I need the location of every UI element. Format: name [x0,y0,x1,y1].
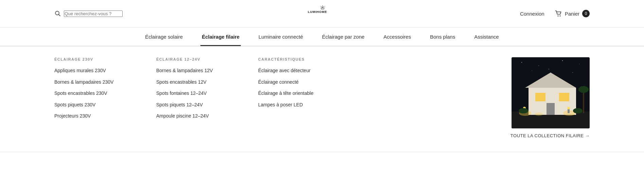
dropdown-link-bornes-230[interactable]: Bornes & lampadaires 230V [54,79,129,86]
svg-rect-22 [547,103,555,115]
svg-rect-21 [559,93,569,101]
search-icon [54,10,61,17]
svg-point-29 [567,107,570,109]
nav-bar: Éclairage solaire Éclairage filaire Lumi… [0,27,644,46]
dropdown-col-12-24v-title: ÉCLAIRAGE 12–24V [156,57,231,61]
dropdown-link-spots-piq-12[interactable]: Spots piquets 12–24V [156,102,231,108]
svg-point-11 [538,65,539,66]
svg-point-13 [579,64,579,64]
cart-icon [555,10,562,17]
dropdown-image [512,57,590,128]
svg-text:LUMIHOME: LUMIHOME [308,10,327,14]
svg-line-1 [59,15,60,16]
svg-point-24 [535,112,543,116]
dropdown-col-caracteristiques: CARACTÉRISTIQUES Éclairage avec détecteu… [258,57,333,138]
dropdown-col-12-24v: ÉCLAIRAGE 12–24V Bornes & lampadaires 12… [156,57,231,138]
nav-item-eclairage-par-zone[interactable]: Éclairage par zone [321,27,366,46]
nav-item-assistance[interactable]: Assistance [473,27,500,46]
dropdown-col-230v: ÉCLAIRAGE 230V Appliques murales 230V Bo… [54,57,129,138]
svg-point-3 [322,7,323,8]
dropdown-col-caract-title: CARACTÉRISTIQUES [258,57,333,61]
svg-line-6 [324,6,325,6]
svg-point-7 [557,16,558,17]
svg-point-8 [559,16,560,17]
svg-point-30 [519,108,528,113]
search-input[interactable] [64,11,123,17]
header: LUMIHOME Connexion Panier 0 [0,0,644,27]
svg-point-33 [578,86,589,93]
dropdown-link-projecteurs[interactable]: Projecteurs 230V [54,113,129,120]
dropdown-image-col: TOUTE LA COLLECTION FILAIRE → [511,57,590,138]
dropdown-link-bornes-12[interactable]: Bornes & lampadaires 12V [156,67,231,74]
nav-item-accessoires[interactable]: Accessoires [382,27,412,46]
nav-item-eclairage-filaire[interactable]: Éclairage filaire [200,27,241,46]
svg-point-15 [532,70,532,71]
dropdown-link-ampoule[interactable]: Ampoule piscine 12–24V [156,113,231,120]
search-bar[interactable] [54,10,123,17]
svg-rect-20 [535,93,545,101]
dropdown-link-led[interactable]: Lampes à poser LED [258,102,333,108]
nav-item-luminaire-connecte[interactable]: Luminaire connecté [257,27,304,46]
svg-point-10 [521,62,522,63]
nav-item-eclairage-solaire[interactable]: Éclairage solaire [144,27,184,46]
svg-point-12 [562,60,563,61]
panier-label: Panier [565,11,579,17]
dropdown-link-spots-piq-230[interactable]: Spots piquets 230V [54,102,129,108]
dropdown-link-detecteur[interactable]: Éclairage avec détecteur [258,67,333,74]
lumihome-logo: LUMIHOME [305,4,339,21]
collection-link[interactable]: TOUTE LA COLLECTION FILAIRE → [511,133,590,138]
panier-container[interactable]: Panier 0 [555,10,590,17]
svg-point-31 [573,108,583,113]
dropdown-link-spots-enc-12[interactable]: Spots encastrables 12V [156,79,231,86]
dropdown-link-orientable[interactable]: Éclairage à tête orientable [258,90,333,97]
dropdown-link-spots-enc-230[interactable]: Spots encastrables 230V [54,90,129,97]
svg-point-14 [549,69,549,69]
dropdown-panel: ÉCLAIRAGE 230V Appliques murales 230V Bo… [0,46,644,152]
svg-line-5 [320,6,321,6]
nav-item-bons-plans[interactable]: Bons plans [429,27,457,46]
dropdown-link-connecte[interactable]: Éclairage connecté [258,79,333,86]
logo[interactable]: LUMIHOME [305,4,339,23]
header-right: Connexion Panier 0 [520,10,590,17]
dropdown-link-appliques[interactable]: Appliques murales 230V [54,67,129,74]
dropdown-col-230v-title: ÉCLAIRAGE 230V [54,57,129,61]
dropdown-link-spots-font[interactable]: Spots fontaines 12–24V [156,90,231,97]
svg-point-16 [572,72,573,73]
svg-rect-32 [583,91,584,113]
connexion-link[interactable]: Connexion [520,11,544,17]
cart-badge: 0 [582,10,590,17]
